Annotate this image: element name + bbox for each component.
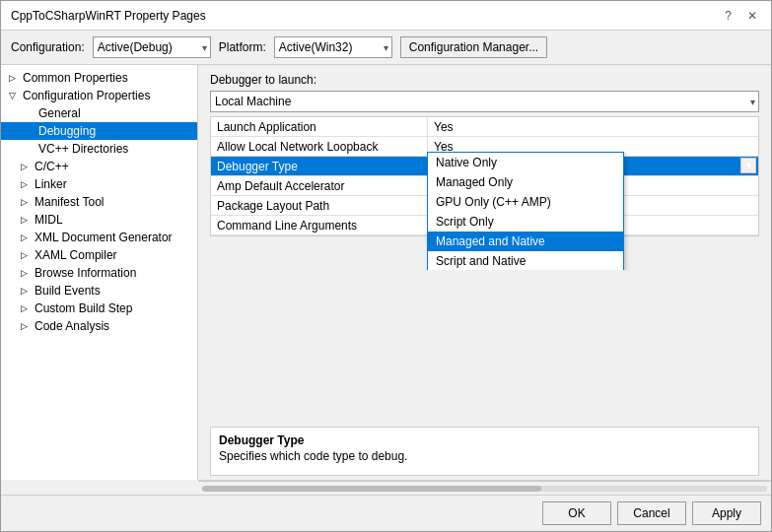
sidebar-label-debugging: Debugging (38, 124, 96, 138)
ok-button[interactable]: OK (542, 501, 611, 525)
sidebar-label-general: General (38, 106, 81, 120)
sidebar-item-xml-document-generator[interactable]: ▷XML Document Generator (1, 229, 197, 246)
cancel-button[interactable]: Cancel (617, 501, 686, 525)
property-pages-window: CppToCSharpWinRT Property Pages ? ✕ Conf… (0, 0, 772, 532)
description-text: Specifies which code type to debug. (219, 449, 750, 463)
sidebar-item-configuration-properties[interactable]: ▽Configuration Properties (1, 87, 197, 104)
description-area: Debugger Type Specifies which code type … (210, 427, 759, 476)
prop-name-package-layout: Package Layout Path (211, 196, 428, 215)
sidebar-label-build-events: Build Events (35, 284, 101, 298)
dropdown-option-native-only[interactable]: Native Only (428, 153, 623, 172)
sidebar-label-vc-directories: VC++ Directories (38, 142, 128, 156)
sidebar-label-configuration-properties: Configuration Properties (23, 89, 150, 102)
sidebar: ▷Common Properties▽Configuration Propert… (1, 65, 198, 480)
sidebar-label-xml-document-generator: XML Document Generator (35, 231, 173, 244)
prop-name-launch-app: Launch Application (211, 117, 428, 136)
sidebar-item-debugging[interactable]: Debugging (1, 122, 197, 140)
sidebar-label-common-properties: Common Properties (23, 71, 128, 85)
expand-icon-manifest-tool[interactable]: ▷ (21, 197, 31, 207)
dropdown-option-script-native[interactable]: Script and Native (428, 251, 623, 270)
platform-select[interactable]: Active(Win32) (274, 36, 392, 58)
prop-name-command-line: Command Line Arguments (211, 216, 428, 234)
title-bar-buttons: ? ✕ (721, 9, 761, 23)
sidebar-item-code-analysis[interactable]: ▷Code Analysis (1, 317, 197, 335)
prop-value-text-launch-app: Yes (434, 120, 454, 134)
sidebar-item-browse-information[interactable]: ▷Browse Information (1, 264, 197, 282)
property-table-area: Launch ApplicationYesAllow Local Network… (210, 116, 759, 270)
sidebar-item-manifest-tool[interactable]: ▷Manifest Tool (1, 193, 197, 211)
expand-icon-linker[interactable]: ▷ (21, 179, 31, 189)
expand-icon-code-analysis[interactable]: ▷ (21, 321, 31, 331)
main-content: ▷Common Properties▽Configuration Propert… (1, 65, 771, 480)
help-button[interactable]: ? (721, 9, 736, 23)
expand-icon-xaml-compiler[interactable]: ▷ (21, 250, 31, 260)
config-manager-button[interactable]: Configuration Manager... (400, 36, 547, 58)
debugger-launch-label: Debugger to launch: (210, 73, 759, 87)
prop-name-amp-accelerator: Amp Default Accelerator (211, 176, 428, 195)
toolbar: Configuration: Active(Debug) Platform: A… (1, 31, 771, 65)
config-select[interactable]: Active(Debug) (93, 36, 211, 58)
sidebar-item-cpp[interactable]: ▷C/C++ (1, 158, 197, 175)
dropdown-option-managed-only[interactable]: Managed Only (428, 172, 623, 192)
hscroll-bar (198, 480, 771, 495)
expand-icon-cpp[interactable]: ▷ (21, 162, 31, 171)
config-label: Configuration: (11, 40, 85, 54)
debugger-launch-section: Debugger to launch: Local Machine (198, 65, 771, 116)
debugger-launch-wrapper: Local Machine (210, 91, 759, 112)
spacer (198, 270, 771, 424)
description-title: Debugger Type (219, 433, 750, 447)
scroll-thumb (202, 486, 541, 492)
expand-icon-custom-build-step[interactable]: ▷ (21, 303, 31, 313)
dropdown-arrow-debugger-type[interactable]: ▾ (740, 158, 756, 173)
sidebar-label-manifest-tool: Manifest Tool (35, 195, 104, 209)
sidebar-item-general[interactable]: General (1, 104, 197, 122)
sidebar-item-linker[interactable]: ▷Linker (1, 175, 197, 193)
right-panel: Debugger to launch: Local Machine Launch… (198, 65, 771, 480)
horizontal-scrollbar[interactable] (198, 481, 771, 495)
sidebar-item-common-properties[interactable]: ▷Common Properties (1, 69, 197, 87)
expand-icon-build-events[interactable]: ▷ (21, 286, 31, 296)
dropdown-option-managed-native[interactable]: Managed and Native (428, 232, 623, 251)
platform-select-wrapper: Active(Win32) (274, 36, 392, 58)
right-panel-inner: Debugger to launch: Local Machine Launch… (198, 65, 771, 480)
expand-icon-xml-document-generator[interactable]: ▷ (21, 233, 31, 242)
debugger-launch-select[interactable]: Local Machine (210, 91, 759, 112)
scroll-track (202, 486, 767, 492)
dropdown-option-gpu-only[interactable]: GPU Only (C++ AMP) (428, 192, 623, 212)
dropdown-option-script-only[interactable]: Script Only (428, 212, 623, 232)
expand-icon-midl[interactable]: ▷ (21, 215, 31, 225)
config-select-wrapper: Active(Debug) (93, 36, 211, 58)
sidebar-label-midl: MIDL (35, 213, 63, 227)
sidebar-label-linker: Linker (35, 177, 67, 191)
sidebar-label-code-analysis: Code Analysis (35, 319, 109, 333)
sidebar-label-browse-information: Browse Information (35, 266, 136, 280)
platform-label: Platform: (219, 40, 266, 54)
sidebar-item-xaml-compiler[interactable]: ▷XAML Compiler (1, 246, 197, 264)
close-button[interactable]: ✕ (743, 9, 761, 23)
expand-icon-configuration-properties[interactable]: ▽ (9, 91, 19, 100)
property-row-launch-app[interactable]: Launch ApplicationYes (211, 117, 758, 137)
expand-icon-browse-information[interactable]: ▷ (21, 268, 31, 278)
sidebar-label-xaml-compiler: XAML Compiler (35, 248, 117, 262)
sidebar-item-midl[interactable]: ▷MIDL (1, 211, 197, 229)
sidebar-item-vc-directories[interactable]: VC++ Directories (1, 140, 197, 158)
prop-name-debugger-type: Debugger Type (211, 157, 428, 175)
debugger-type-dropdown[interactable]: Native OnlyManaged OnlyGPU Only (C++ AMP… (427, 152, 624, 270)
title-bar: CppToCSharpWinRT Property Pages ? ✕ (1, 1, 771, 31)
prop-value-launch-app: Yes (428, 117, 758, 136)
sidebar-item-custom-build-step[interactable]: ▷Custom Build Step (1, 299, 197, 317)
sidebar-item-build-events[interactable]: ▷Build Events (1, 282, 197, 299)
expand-icon-common-properties[interactable]: ▷ (9, 73, 19, 83)
sidebar-label-custom-build-step: Custom Build Step (35, 301, 132, 315)
footer: OK Cancel Apply (1, 495, 771, 531)
apply-button[interactable]: Apply (692, 501, 761, 525)
window-title: CppToCSharpWinRT Property Pages (11, 9, 206, 23)
prop-name-allow-loopback: Allow Local Network Loopback (211, 137, 428, 156)
sidebar-label-cpp: C/C++ (35, 160, 69, 173)
